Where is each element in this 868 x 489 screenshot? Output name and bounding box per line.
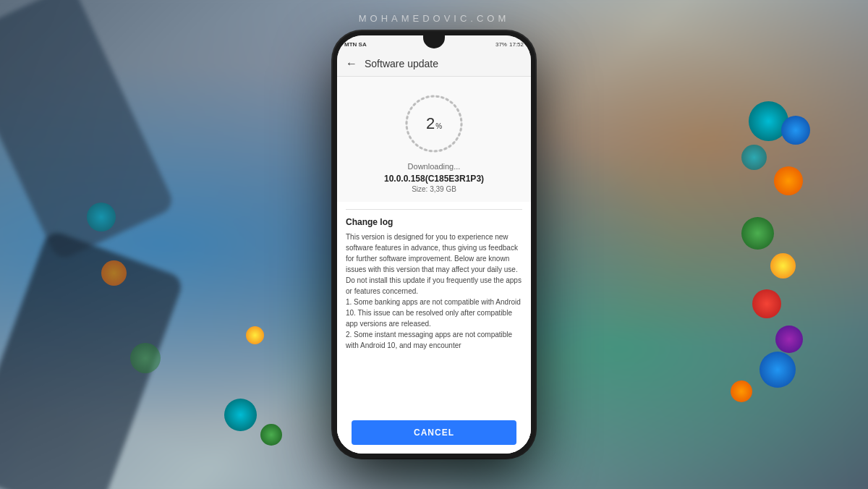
cancel-section: CANCEL <box>337 413 531 454</box>
phone-frame: MTN SA 37% 17:52 ← Software update <box>333 31 535 458</box>
status-carrier: MTN SA <box>344 41 367 48</box>
download-status: Downloading... <box>408 162 461 171</box>
status-right: 37% 17:52 <box>495 41 524 48</box>
watermark: MOHAMEDOVIC.COM <box>359 13 510 24</box>
progress-unit: % <box>435 122 442 130</box>
file-size: Size: 3,39 GB <box>412 185 456 193</box>
cancel-button[interactable]: CANCEL <box>352 420 516 445</box>
back-button[interactable]: ← <box>346 57 357 70</box>
progress-section: 2 % Downloading... 10.0.0.158(C185E3R1P3… <box>337 77 531 202</box>
page-title: Software update <box>365 58 438 69</box>
app-header: ← Software update <box>337 51 531 77</box>
battery-percent: 37% <box>495 41 507 48</box>
changelog-section: Change log This version is designed for … <box>337 217 531 413</box>
changelog-title: Change log <box>346 217 522 227</box>
phone-screen: MTN SA 37% 17:52 ← Software update <box>337 35 531 454</box>
section-divider <box>346 209 522 210</box>
progress-display: 2 % <box>426 114 442 133</box>
changelog-body: This version is designed for you to expe… <box>346 231 522 351</box>
progress-circle: 2 % <box>401 91 467 156</box>
main-content: 2 % Downloading... 10.0.0.158(C185E3R1P3… <box>337 77 531 454</box>
status-time: 17:52 <box>509 41 524 48</box>
progress-value: 2 <box>426 114 435 133</box>
version-number: 10.0.0.158(C185E3R1P3) <box>384 174 484 184</box>
